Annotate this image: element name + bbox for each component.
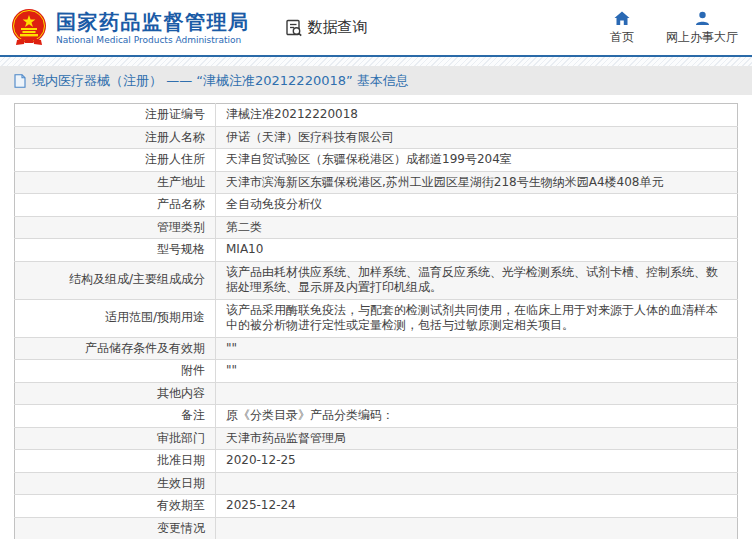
registration-info-table: 注册证编号津械注准20212220018注册人名称伊诺（天津）医疗科技有限公司注…: [14, 103, 738, 539]
table-row: 适用范围/预期用途该产品采用酶联免疫法，与配套的检测试剂共同使用，在临床上用于对…: [15, 299, 738, 337]
table-row: 结构及组成/主要组成成分该产品由耗材供应系统、加样系统、温育反应系统、光学检测系…: [15, 261, 738, 299]
table-row: 产品储存条件及有效期"": [15, 337, 738, 360]
data-query-button[interactable]: 数据查询: [284, 18, 368, 38]
brand-subtitle: National Medical Products Administration: [56, 34, 250, 46]
row-label: 适用范围/预期用途: [15, 299, 216, 337]
table-row: 型号规格MIA10: [15, 239, 738, 262]
table-row: 有效期至2025-12-24: [15, 495, 738, 518]
registration-info-table-wrap: 注册证编号津械注准20212220018注册人名称伊诺（天津）医疗科技有限公司注…: [0, 95, 752, 539]
row-label: 产品储存条件及有效期: [15, 337, 216, 360]
row-label: 结构及组成/主要组成成分: [15, 261, 216, 299]
document-icon: [14, 74, 26, 88]
row-label: 产品名称: [15, 194, 216, 217]
row-label: 变更情况: [15, 517, 216, 539]
table-row: 变更情况: [15, 517, 738, 539]
row-label: 附件: [15, 360, 216, 383]
row-value: 全自动免疫分析仪: [216, 194, 738, 217]
table-row: 备注原《分类目录》产品分类编码：: [15, 405, 738, 428]
row-value: 2020-12-25: [216, 450, 738, 473]
row-value: "": [216, 337, 738, 360]
brand-block: 国家药品监督管理局 National Medical Products Admi…: [56, 10, 250, 46]
row-label: 注册人名称: [15, 126, 216, 149]
document-search-icon: [284, 18, 304, 38]
hatched-separator: [0, 57, 752, 66]
row-value: 原《分类目录》产品分类编码：: [216, 405, 738, 428]
row-value: 天津市滨海新区东疆保税港区,苏州工业园区星湖街218号生物纳米园A4楼408单元: [216, 171, 738, 194]
table-row: 生产地址天津市滨海新区东疆保税港区,苏州工业园区星湖街218号生物纳米园A4楼4…: [15, 171, 738, 194]
user-icon: [695, 11, 710, 26]
nav-home-label: 首页: [610, 29, 634, 46]
row-label: 管理类别: [15, 216, 216, 239]
row-value: 该产品由耗材供应系统、加样系统、温育反应系统、光学检测系统、试剂卡槽、控制系统、…: [216, 261, 738, 299]
row-label: 生效日期: [15, 472, 216, 495]
table-row: 附件"": [15, 360, 738, 383]
row-value: 天津自贸试验区（东疆保税港区）成都道199号204室: [216, 149, 738, 172]
row-value: 津械注准20212220018: [216, 104, 738, 127]
table-row: 注册人名称伊诺（天津）医疗科技有限公司: [15, 126, 738, 149]
row-label: 有效期至: [15, 495, 216, 518]
top-navigation: 首页 网上办事大厅: [610, 9, 738, 46]
row-value: 该产品采用酶联免疫法，与配套的检测试剂共同使用，在临床上用于对来源于人体的血清样…: [216, 299, 738, 337]
data-query-label: 数据查询: [308, 18, 368, 37]
row-label: 其他内容: [15, 382, 216, 405]
row-label: 注册人住所: [15, 149, 216, 172]
row-value: [216, 472, 738, 495]
row-label: 备注: [15, 405, 216, 428]
row-value: "": [216, 360, 738, 383]
row-label: 注册证编号: [15, 104, 216, 127]
page-title: 境内医疗器械（注册） —— “津械注准20212220018” 基本信息: [32, 72, 409, 90]
row-value: 伊诺（天津）医疗科技有限公司: [216, 126, 738, 149]
nmpa-emblem-logo: [10, 8, 48, 48]
table-row: 注册人住所天津自贸试验区（东疆保税港区）成都道199号204室: [15, 149, 738, 172]
table-row: 产品名称全自动免疫分析仪: [15, 194, 738, 217]
nav-home[interactable]: 首页: [610, 11, 634, 46]
nav-service-hall-label: 网上办事大厅: [666, 29, 738, 46]
page-title-bar: 境内医疗器械（注册） —— “津械注准20212220018” 基本信息: [0, 66, 752, 95]
table-row: 批准日期2020-12-25: [15, 450, 738, 473]
row-label: 审批部门: [15, 427, 216, 450]
registration-info-rows: 注册证编号津械注准20212220018注册人名称伊诺（天津）医疗科技有限公司注…: [15, 104, 738, 539]
nav-service-hall[interactable]: 网上办事大厅: [666, 11, 738, 46]
row-value: 第二类: [216, 216, 738, 239]
row-label: 生产地址: [15, 171, 216, 194]
table-row: 其他内容: [15, 382, 738, 405]
brand-title: 国家药品监督管理局: [56, 10, 250, 34]
table-row: 生效日期: [15, 472, 738, 495]
row-label: 批准日期: [15, 450, 216, 473]
row-value: [216, 382, 738, 405]
row-value: [216, 517, 738, 539]
row-label: 型号规格: [15, 239, 216, 262]
page-header: 国家药品监督管理局 National Medical Products Admi…: [0, 0, 752, 57]
table-row: 管理类别第二类: [15, 216, 738, 239]
table-row: 审批部门天津市药品监督管理局: [15, 427, 738, 450]
table-row: 注册证编号津械注准20212220018: [15, 104, 738, 127]
home-icon: [614, 11, 630, 26]
row-value: MIA10: [216, 239, 738, 262]
row-value: 2025-12-24: [216, 495, 738, 518]
row-value: 天津市药品监督管理局: [216, 427, 738, 450]
